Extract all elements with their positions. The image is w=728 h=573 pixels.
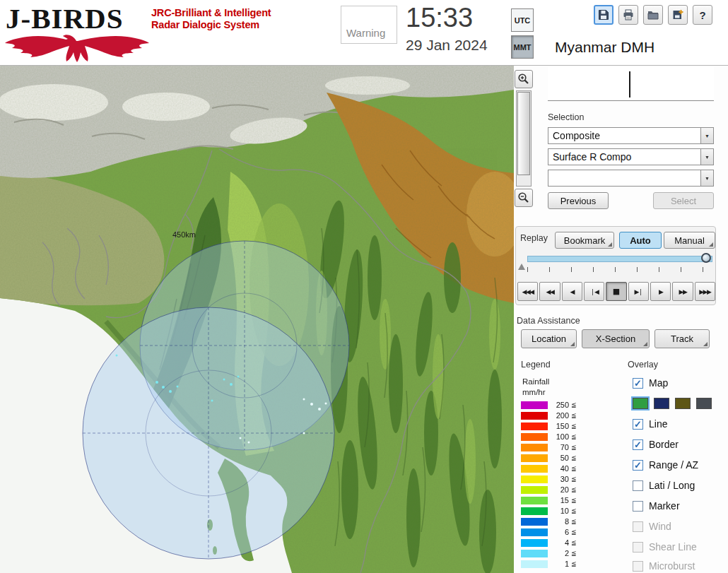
checkbox-range-az[interactable]: ✓ [633, 460, 643, 471]
save-button[interactable] [594, 5, 613, 25]
checkbox-border[interactable]: ✓ [633, 439, 643, 450]
playback-skip-start[interactable]: ◀◀◀ [517, 282, 538, 301]
overlay-row-border: ✓Border [633, 438, 679, 451]
bookmark-button[interactable]: Bookmark [555, 232, 614, 249]
dropdown-extra[interactable]: ▼ [548, 170, 714, 187]
checkbox-map[interactable]: ✓ [633, 378, 643, 389]
legend-value: 200 [549, 411, 569, 420]
overlay-label: Map [649, 377, 668, 389]
dropdown-composite[interactable]: Composite ▼ [548, 127, 714, 144]
chevron-down-icon[interactable]: ▼ [700, 128, 713, 143]
map-zoom-scrollbar[interactable] [516, 90, 532, 187]
import-button[interactable] [668, 5, 688, 25]
legend-unit-line2: mm/hr [522, 388, 546, 396]
legend-row: 4≦ [521, 538, 577, 547]
dropdown-value: Composite [548, 130, 700, 141]
legend-color-swatch [521, 486, 548, 494]
station-text-input[interactable] [548, 67, 714, 101]
map-style-swatches [633, 397, 712, 410]
map-style-swatch-2[interactable] [675, 398, 691, 409]
location-button[interactable]: Location [521, 329, 577, 348]
magnifier-plus-icon [517, 73, 530, 85]
playback-stop[interactable]: ■ [606, 282, 626, 301]
replay-group: Replay Bookmark Auto Manual ◀◀◀◀◀◀❘◀■▶❘▶… [515, 226, 716, 305]
playback-fast-rewind[interactable]: ◀◀ [539, 282, 560, 301]
legend-row: 40≦ [521, 464, 577, 473]
timezone-mmt-button[interactable]: MMT [511, 35, 534, 59]
legend-value: 150 [549, 422, 569, 430]
manual-button[interactable]: Manual [664, 232, 715, 249]
eagle-logo-icon [3, 31, 153, 64]
track-button[interactable]: Track [654, 329, 710, 348]
less-equal-icon: ≦ [571, 518, 577, 525]
overlay-row-map: ✓Map [633, 377, 668, 389]
clock-date: 29 Jan 2024 [406, 37, 488, 54]
auto-button[interactable]: Auto [619, 232, 662, 249]
legend-row: 200≦ [521, 411, 577, 420]
less-equal-icon: ≦ [571, 550, 577, 557]
checkbox-marker[interactable] [633, 501, 643, 512]
slider-start-marker [518, 264, 525, 270]
overlay-label: Microburst [649, 560, 695, 572]
legend-color-swatch [521, 454, 548, 462]
radar-map[interactable]: 450km [0, 66, 514, 573]
playback-next-frame[interactable]: ▶❘ [628, 282, 649, 301]
timezone-utc-button[interactable]: UTC [511, 8, 534, 32]
toolbar: ? [594, 5, 712, 25]
less-equal-icon: ≦ [571, 465, 577, 472]
chevron-down-icon[interactable]: ▼ [700, 170, 713, 186]
playback-skip-end[interactable]: ▶▶▶ [695, 282, 715, 301]
playback-fast-forward[interactable]: ▶▶ [672, 282, 693, 301]
playback-prev-frame[interactable]: ❘◀ [584, 282, 604, 301]
dropdown-value: Surface R Compo [548, 151, 700, 163]
legend-color-swatch [521, 412, 548, 420]
legend-value: 20 [549, 485, 569, 494]
dropdown-product[interactable]: Surface R Compo ▼ [548, 148, 714, 165]
legend-row: 100≦ [521, 432, 577, 441]
less-equal-icon: ≦ [571, 401, 577, 408]
less-equal-icon: ≦ [571, 539, 577, 546]
legend-row: 70≦ [521, 443, 577, 451]
help-button[interactable]: ? [693, 5, 712, 25]
checkbox-lati-long[interactable] [633, 480, 643, 491]
chevron-down-icon[interactable]: ▼ [700, 149, 713, 165]
legend-value: 8 [549, 517, 569, 526]
scrollbar-thumb[interactable] [517, 92, 530, 175]
less-equal-icon: ≦ [571, 423, 577, 430]
selection-label: Selection [548, 112, 584, 122]
zoom-in-button[interactable] [515, 70, 533, 88]
map-style-swatch-3[interactable] [696, 398, 712, 409]
slider-ticks [527, 267, 712, 273]
map-viewport: 450km [0, 66, 514, 573]
legend-unit-line1: Rainfall [522, 377, 549, 386]
checkbox-line[interactable]: ✓ [633, 419, 643, 430]
map-style-swatch-1[interactable] [654, 398, 669, 409]
slider-thumb[interactable] [701, 253, 711, 263]
print-button[interactable] [618, 5, 638, 25]
replay-timeline-slider[interactable] [527, 256, 712, 262]
previous-button[interactable]: Previous [548, 192, 609, 209]
legend-color-swatch [521, 497, 548, 504]
map-style-swatch-0[interactable] [633, 398, 648, 409]
slider-tick [593, 267, 594, 272]
legend-row: 10≦ [521, 507, 577, 515]
x-section-button[interactable]: X-Section [582, 329, 650, 348]
open-folder-button[interactable] [643, 5, 663, 25]
overlay-row-range-az: ✓Range / AZ [633, 459, 698, 471]
slider-tick [571, 267, 572, 272]
playback-step-back[interactable]: ◀ [562, 282, 582, 301]
legend-color-swatch [521, 560, 548, 568]
clock-time: 15:33 [406, 3, 473, 33]
legend-row: 250≦ [521, 401, 577, 409]
legend-value: 2 [549, 549, 569, 557]
slider-tick [615, 267, 616, 272]
overlay-row-marker: Marker [633, 500, 680, 512]
tagline-line2: Radar Dialogic System [151, 19, 271, 31]
checkbox-microburst [633, 561, 643, 572]
printer-icon [622, 8, 635, 21]
legend-color-swatch [521, 539, 548, 547]
zoom-out-button[interactable] [515, 189, 533, 207]
playback-play[interactable]: ▶ [650, 282, 671, 301]
legend-row: 50≦ [521, 454, 577, 462]
legend-color-swatch [521, 528, 548, 536]
